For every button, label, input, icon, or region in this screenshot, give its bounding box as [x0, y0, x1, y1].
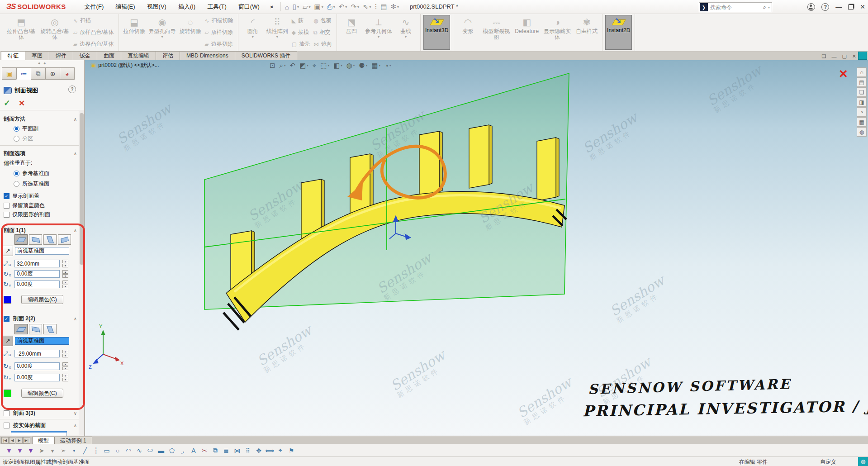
pin-menu-icon[interactable]: ✦	[267, 3, 275, 11]
panel-scrollbar[interactable]	[79, 110, 84, 435]
ribbon-button[interactable]: ⋈镜向	[313, 40, 332, 48]
displaymanager-tab[interactable]: ◕	[60, 67, 75, 80]
circle-icon[interactable]: ○	[112, 447, 123, 454]
arc-icon[interactable]: ◠	[123, 447, 134, 454]
move-icon[interactable]: ✥	[253, 447, 264, 454]
cancel-button[interactable]: ✕	[19, 99, 25, 108]
section2-xrot-field[interactable]: 0.00度	[14, 362, 60, 370]
doc-restore-icon[interactable]: ▢	[842, 53, 846, 59]
ribbon-button[interactable]: ⎓模型断裂视图	[479, 15, 513, 50]
ribbon-button[interactable]: ✾自由样式	[574, 15, 599, 50]
appearances-icon[interactable]: ◔	[857, 107, 867, 117]
search-input[interactable]: 搜索命令	[708, 4, 763, 11]
close-button[interactable]: ✕	[860, 3, 865, 10]
scrollbar-thumb[interactable]	[80, 113, 84, 265]
zoom-fit-icon[interactable]: ⊡	[270, 62, 275, 70]
view-palette-icon[interactable]: ◨	[857, 97, 867, 107]
section1-xrot-field[interactable]: 0.00度	[14, 270, 60, 278]
menu-item[interactable]: 文件(F)	[79, 0, 110, 14]
ribbon-button[interactable]: ◣筋	[292, 17, 310, 24]
command-tab[interactable]: 钣金	[73, 51, 97, 60]
by-body-checkbox[interactable]	[4, 423, 9, 428]
section-by-face-button[interactable]	[58, 234, 71, 245]
file-explorer-icon[interactable]: ❏	[857, 87, 867, 97]
ribbon-button[interactable]: ◌旋转切除	[178, 15, 203, 50]
ribbon-button[interactable]: ⟂参考几何体▾	[363, 15, 394, 50]
snap-icon[interactable]: ⌖	[275, 447, 286, 454]
section1-distance-field[interactable]: 32.00mm	[14, 260, 60, 267]
play-icon[interactable]: ▶	[16, 437, 22, 444]
sketch-point-icon[interactable]: •	[69, 447, 80, 454]
convert-icon[interactable]: ⧉	[210, 447, 221, 454]
apply-scene-icon[interactable]: ▦▾	[371, 62, 380, 70]
fillet-icon[interactable]: ◞	[177, 447, 188, 454]
section1-color-swatch[interactable]	[4, 296, 11, 304]
display-style-icon[interactable]: ◧▾	[333, 62, 342, 70]
command-search[interactable]: ❯ 搜索命令 ⌕ ▾	[699, 2, 772, 12]
feature-tree-root[interactable]: ▣ prt0002 (默认) <<默认>...	[90, 62, 159, 69]
motion-tab[interactable]: 模型	[32, 437, 55, 444]
section1-plane-field[interactable]: 前视基准面	[15, 247, 69, 255]
section1-plane-pick-icon[interactable]: ↗	[3, 246, 13, 256]
radio-zonal[interactable]: 分区	[14, 135, 33, 143]
magnet-icon[interactable]: ⁝	[374, 2, 379, 12]
command-tab[interactable]: 特征	[1, 51, 25, 60]
menu-item[interactable]: 工具(T)	[201, 0, 232, 14]
ribbon-button[interactable]: ⠿线性阵列▾	[265, 15, 290, 50]
propertymanager-tab[interactable]: ≔	[16, 67, 31, 80]
ribbon-button[interactable]: ◉异型孔向导▾	[147, 15, 178, 50]
end-icon[interactable]: ▶|	[23, 437, 30, 444]
scenes-icon[interactable]: ▦	[857, 117, 867, 127]
command-tab[interactable]: 草图	[25, 51, 49, 60]
right-plane-button[interactable]	[43, 324, 57, 334]
select-caret-icon[interactable]: ▾	[47, 447, 58, 454]
slot-icon[interactable]: ▬	[156, 447, 166, 454]
pattern-icon[interactable]: ⠿	[242, 447, 253, 454]
ribbon-button[interactable]: ➘Instant2D	[605, 15, 632, 50]
ribbon-button[interactable]: ⬓拉伸切除	[122, 15, 147, 50]
section2-header[interactable]: 剖面 2(2)∧	[4, 315, 77, 323]
ribbon-button[interactable]: ⬔压凹	[340, 15, 363, 50]
line-icon[interactable]: ╱	[80, 447, 90, 454]
menu-item[interactable]: 编辑(E)	[109, 0, 141, 14]
section3-header[interactable]: 剖面 3(3)∨	[4, 409, 77, 417]
ribbon-button[interactable]: ▢抽壳	[292, 40, 310, 48]
flag-icon[interactable]: ⚑	[286, 447, 297, 454]
doc-minimize-icon[interactable]: —	[831, 54, 836, 59]
menu-item[interactable]: 视图(V)	[141, 0, 172, 14]
ribbon-button[interactable]: ∿曲线▾	[394, 15, 417, 50]
view-orientation-icon[interactable]: ⬚▾	[320, 62, 329, 70]
web-globe-icon[interactable]: ◍	[858, 457, 868, 466]
ribbon-button[interactable]: ▱放样切除	[205, 29, 233, 36]
doc-close-icon[interactable]: ✕	[852, 53, 856, 59]
ribbon-button[interactable]: ◑显示隐藏实体	[541, 15, 574, 50]
front-plane-button[interactable]	[14, 234, 28, 245]
polygon-icon[interactable]: ⬠	[166, 447, 177, 454]
view-settings-icon[interactable]: ◔▾	[384, 62, 391, 70]
account-icon[interactable]	[807, 3, 815, 11]
dynamic-annotation-icon[interactable]: ⌖	[313, 62, 316, 70]
properties-icon[interactable]: ◍	[857, 127, 867, 137]
ribbon-button[interactable]: ◜圆角▾	[241, 15, 265, 50]
radio-planar[interactable]: 平面副	[14, 125, 38, 133]
checkbox-keep-cap-color[interactable]: 保留顶盖颜色	[4, 202, 45, 209]
section-view-icon[interactable]: ◩▾	[299, 62, 308, 70]
ribbon-button[interactable]: ⧉相交	[313, 29, 332, 36]
section1-edit-color-button[interactable]: 编辑颜色(C)	[21, 295, 63, 304]
hide-show-items-icon[interactable]: ◍▾	[346, 62, 355, 70]
filter-stack-icon[interactable]: ▼	[14, 447, 25, 454]
radio-selected-plane[interactable]: 所选基准面	[14, 180, 49, 188]
ribbon-button[interactable]: ◍包覆	[313, 17, 332, 24]
undo-icon[interactable]: ↶ ▾	[337, 2, 349, 12]
yrot-spinner[interactable]: ▲▼	[62, 281, 68, 288]
offset-icon[interactable]: ≣	[221, 447, 232, 454]
select-cursor-icon[interactable]: ➤	[36, 447, 47, 454]
resources-icon[interactable]: ⌂	[857, 67, 867, 77]
zoom-area-icon[interactable]: ⌕▾	[280, 62, 286, 70]
filter-icon[interactable]: ▼	[4, 447, 14, 454]
ribbon-button[interactable]: ∿扫描	[73, 17, 114, 24]
section2-color-swatch[interactable]	[4, 390, 11, 397]
radio-reference-plane[interactable]: 参考基准面	[14, 170, 49, 177]
ribbon-button[interactable]: ∿扫描切除	[205, 17, 233, 24]
section1-yrot-field[interactable]: 0.00度	[14, 281, 60, 288]
